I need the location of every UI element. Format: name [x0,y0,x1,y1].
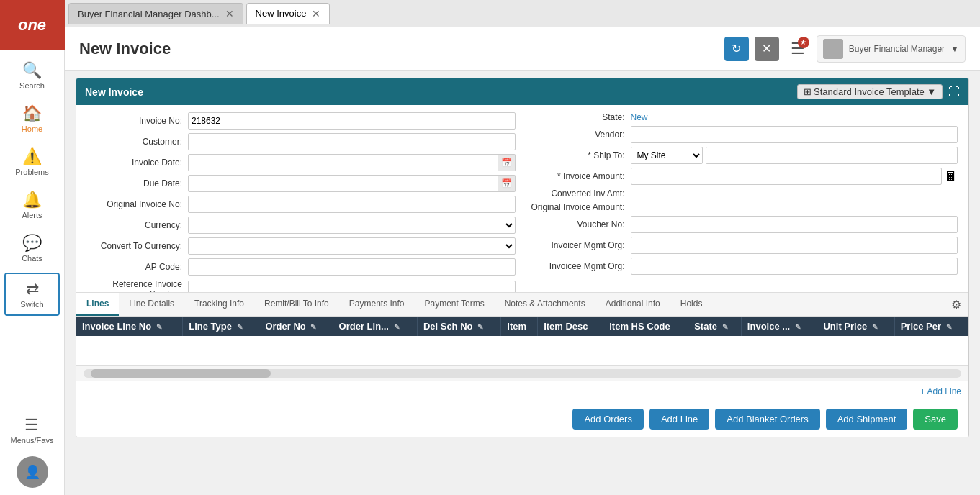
scrollbar-thumb[interactable] [91,369,271,378]
tab-payments-info[interactable]: Payments Info [339,293,415,316]
scrollbar-track[interactable] [84,369,961,378]
tab-remit-bill[interactable]: Remit/Bill To Info [254,293,339,316]
sidebar-switch-label: Switch [20,300,43,309]
sidebar-home-label: Home [22,124,42,133]
col-price-per[interactable]: Price Per ✎ [894,317,968,336]
due-date-calendar-icon[interactable]: 📅 [498,175,516,192]
footer-actions: Add Orders Add Line Add Blanket Orders A… [76,401,968,437]
ship-to-select[interactable]: My Site [631,147,703,164]
col-del-sch-no[interactable]: Del Sch No ✎ [417,317,500,336]
add-shipment-button[interactable]: Add Shipment [826,409,908,430]
user-avatar-bottom[interactable]: 👤 [17,456,48,488]
tabs-settings-icon[interactable]: ⚙ [944,294,968,316]
sidebar-item-chats[interactable]: 💬 Chats [0,227,64,270]
sidebar-item-home[interactable]: 🏠 Home [0,97,64,140]
search-icon: 🔍 [22,61,42,80]
tabs-section: Lines Line Details Tracking Info Remit/B… [76,292,968,401]
col-item[interactable]: Item [501,317,538,336]
refresh-button[interactable]: ↻ [724,37,749,61]
user-profile[interactable]: Buyer Financial Manager ▼ [817,35,966,63]
voucher-input[interactable] [631,216,958,233]
col-order-line[interactable]: Order Lin... ✎ [333,317,417,336]
col-item-hs-code-label: Item HS Code [609,321,670,332]
form-left-col: Invoice No: Customer: Invoice Date: 📅 [87,112,516,292]
col-line-type[interactable]: Line Type ✎ [183,317,259,336]
tab-new-invoice-close[interactable]: ✕ [312,8,320,19]
col-item-hs-code[interactable]: Item HS Code [603,317,688,336]
col-state[interactable]: State ✎ [688,317,742,336]
invoice-card-header: New Invoice ⊞ Standard Invoice Template … [76,78,968,105]
add-line-inline-button[interactable]: + Add Line [920,386,961,396]
invoicer-mgmt-label: Invoicer Mgmt Org: [530,240,631,250]
original-invoice-input[interactable] [188,196,516,213]
voucher-label: Voucher No: [530,219,631,230]
tab-lines[interactable]: Lines [76,293,119,316]
sidebar-search-label: Search [19,81,45,90]
sidebar-problems-label: Problems [15,168,48,176]
add-line-row: + Add Line [76,381,968,401]
col-order-no-label: Order No [265,321,305,332]
notification-bell[interactable]: ☰ ★ [791,40,805,58]
template-chevron-icon: ▼ [927,86,936,97]
due-date-input[interactable] [188,175,498,192]
vendor-input[interactable] [631,126,958,143]
template-selector[interactable]: ⊞ Standard Invoice Template ▼ [797,84,943,99]
invoice-date-calendar-icon[interactable]: 📅 [498,154,516,171]
discard-button[interactable]: ✕ [755,37,779,61]
tab-line-details[interactable]: Line Details [119,293,184,316]
tab-buyer-dashboard[interactable]: Buyer Financial Manager Dashb... ✕ [68,3,243,24]
convert-to-select[interactable] [188,237,516,255]
expand-button[interactable]: ⛶ [948,86,960,99]
tab-tracking-info[interactable]: Tracking Info [184,293,254,316]
tab-additional-info[interactable]: Additional Info [595,293,670,316]
main-area: Buyer Financial Manager Dashb... ✕ New I… [65,0,980,495]
ship-to-input[interactable] [706,147,958,164]
invoicee-mgmt-label: Invoicee Mgmt Org: [530,261,631,271]
invoice-amount-row: * Invoice Amount: 🖩 [530,168,958,185]
sidebar-item-alerts[interactable]: 🔔 Alerts [0,183,64,227]
tab-payment-terms[interactable]: Payment Terms [415,293,495,316]
sidebar-menus-label: Menus/Favs [11,436,54,445]
save-button[interactable]: Save [913,409,958,430]
invoice-card: New Invoice ⊞ Standard Invoice Template … [76,78,969,437]
sidebar-item-switch[interactable]: ⇄ Switch [4,273,60,316]
header-actions: ↻ ✕ ☰ ★ Buyer Financial Manager ▼ [724,35,966,63]
sort-icon-del-sch: ✎ [477,323,483,331]
app-logo: one [0,0,65,50]
col-invoice-line-no[interactable]: Invoice Line No ✎ [76,317,183,336]
customer-input[interactable] [188,133,516,150]
content-area: New Invoice ⊞ Standard Invoice Template … [65,71,980,495]
col-order-no[interactable]: Order No ✎ [259,317,333,336]
add-blanket-orders-button[interactable]: Add Blanket Orders [715,409,819,430]
add-orders-button[interactable]: Add Orders [572,409,643,430]
col-unit-price[interactable]: Unit Price ✎ [817,317,894,336]
invoicer-mgmt-input[interactable] [631,237,958,254]
tab-new-invoice[interactable]: New Invoice ✕ [246,3,331,24]
sidebar-item-search[interactable]: 🔍 Search [0,54,64,97]
invoice-amount-calc-icon[interactable]: 🖩 [945,169,958,184]
col-price-per-label: Price Per [901,321,941,332]
invoice-amount-input[interactable] [631,168,943,185]
col-item-desc-label: Item Desc [544,321,588,332]
sort-icon-order-no: ✎ [310,323,316,331]
user-name: Buyer Financial Manager [849,44,945,54]
sort-icon-line-type: ✎ [237,323,243,331]
invoice-date-input[interactable] [188,154,498,171]
sidebar-item-menus[interactable]: ☰ Menus/Favs [7,410,58,450]
col-item-desc[interactable]: Item Desc [538,317,603,336]
ap-code-input[interactable] [188,258,516,276]
currency-select[interactable] [188,217,516,234]
add-line-button[interactable]: Add Line [649,409,709,430]
invoicee-mgmt-input[interactable] [631,258,958,275]
sidebar-item-problems[interactable]: ⚠️ Problems [0,140,64,183]
empty-cell [76,336,968,365]
tab-buyer-dashboard-close[interactable]: ✕ [225,8,234,19]
sidebar-chats-label: Chats [22,254,42,263]
user-avatar [823,39,843,59]
tab-holds[interactable]: Holds [670,293,713,316]
reference-invoice-input[interactable] [188,281,516,292]
voucher-row: Voucher No: [530,216,958,233]
invoice-no-input[interactable] [188,112,516,130]
col-invoice[interactable]: Invoice ... ✎ [741,317,817,336]
tab-notes-attachments[interactable]: Notes & Attachments [495,293,595,316]
